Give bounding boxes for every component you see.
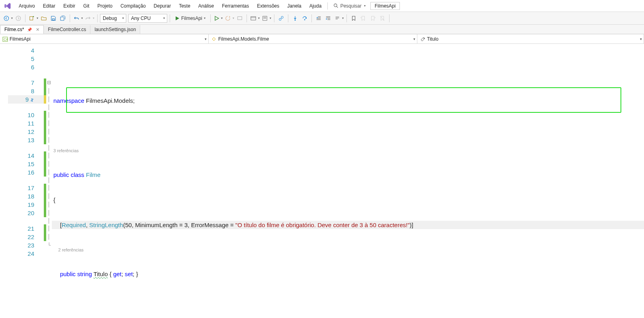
tab-filme-cs[interactable]: Filme.cs* 📌 ✕ [0, 25, 44, 34]
menu-arquivo[interactable]: Arquivo [15, 2, 39, 10]
bookmark-button[interactable] [349, 14, 358, 23]
svg-text:C#: C# [4, 37, 8, 41]
clear-bookmarks-button[interactable] [378, 14, 387, 23]
menu-teste[interactable]: Teste [175, 2, 194, 10]
code-editor[interactable]: 4 5 6 7 8 9 10 11 12 13 14 15 16 17 18 1… [0, 44, 644, 318]
tab-launchsettings-json[interactable]: launchSettings.json [90, 25, 140, 34]
menu-depurar[interactable]: Depurar [150, 2, 174, 10]
lightbulb-icon[interactable] [29, 98, 34, 102]
menu-extensoes[interactable]: Extensões [253, 2, 283, 10]
svg-rect-5 [52, 18, 54, 20]
next-bookmark-button[interactable] [368, 14, 377, 23]
breakpoint-margin[interactable] [0, 44, 8, 318]
save-button[interactable] [49, 14, 58, 23]
svg-rect-4 [30, 16, 33, 20]
search-placeholder: Pesquisar [340, 3, 361, 9]
svg-point-0 [334, 4, 337, 7]
open-folder-button[interactable] [39, 14, 48, 23]
code-area[interactable]: namespace FilmesApi.Models; 3 referência… [52, 44, 644, 318]
browser-link-button[interactable] [235, 14, 244, 23]
indent-less-button[interactable] [314, 14, 323, 23]
undo-button[interactable] [72, 14, 83, 23]
platform-combo[interactable]: Any CPU [128, 14, 167, 23]
navigation-bar: C# FilmesApi ▾ FilmesApi.Models.Filme ▾ … [0, 34, 644, 44]
menu-git[interactable]: Git [80, 2, 93, 10]
tab-label: Filme.cs* [4, 27, 24, 32]
csharp-project-icon: C# [2, 36, 8, 42]
new-item-button[interactable] [28, 14, 39, 23]
forward-nav-button[interactable] [14, 14, 23, 23]
menu-ferramentas[interactable]: Ferramentas [218, 2, 253, 10]
line-number-gutter: 4 5 6 7 8 9 10 11 12 13 14 15 16 17 18 1… [8, 44, 44, 318]
play-icon [175, 16, 180, 21]
comment-button[interactable] [333, 14, 344, 23]
solution-name[interactable]: FilmesApi [370, 2, 400, 10]
toolbar: Debug Any CPU FilmesApi ▾ [0, 12, 644, 25]
svg-point-2 [4, 16, 8, 20]
nav-class-label: FilmesApi.Models.Filme [218, 36, 269, 42]
svg-rect-7 [251, 16, 256, 20]
start-target-label: FilmesApi [181, 16, 202, 21]
indent-more-button[interactable] [324, 14, 333, 23]
redo-button[interactable] [84, 14, 95, 23]
nav-class[interactable]: FilmesApi.Models.Filme ▾ [209, 34, 417, 43]
save-all-button[interactable] [59, 14, 67, 23]
svg-line-1 [337, 6, 338, 8]
menu-analise[interactable]: Análise [195, 2, 217, 10]
menu-exibir[interactable]: Exibir [60, 2, 79, 10]
browser-button[interactable] [249, 14, 260, 23]
search-icon [333, 3, 339, 8]
step-over-button[interactable] [300, 14, 309, 23]
svg-point-16 [304, 19, 305, 20]
menu-projeto[interactable]: Projeto [94, 2, 116, 10]
property-icon [420, 36, 425, 42]
menu-janela[interactable]: Janela [284, 2, 305, 10]
svg-point-3 [16, 16, 20, 20]
nav-project[interactable]: C# FilmesApi ▾ [0, 34, 209, 43]
tab-label: FilmeController.cs [48, 27, 86, 32]
prev-bookmark-button[interactable] [359, 14, 368, 23]
menu-ajuda[interactable]: Ajuda [306, 2, 325, 10]
class-icon [211, 36, 217, 42]
menu-bar: Arquivo Editar Exibir Git Projeto Compil… [0, 0, 644, 12]
search-box[interactable]: Pesquisar ▾ [330, 2, 368, 10]
start-without-debug-button[interactable] [213, 14, 223, 23]
svg-point-15 [294, 20, 296, 21]
tab-filmecontroller-cs[interactable]: FilmeController.cs [44, 25, 90, 34]
svg-line-14 [281, 18, 282, 19]
vs-logo-icon [4, 2, 11, 10]
script-debug-button[interactable] [261, 14, 272, 23]
nav-project-label: FilmesApi [10, 36, 31, 42]
start-debug-button[interactable]: FilmesApi ▾ [172, 14, 208, 23]
back-nav-button[interactable] [2, 14, 13, 23]
pin-icon[interactable]: 📌 [27, 27, 32, 32]
tab-label: launchSettings.json [94, 27, 136, 32]
menu-editar[interactable]: Editar [39, 2, 59, 10]
document-tabs: Filme.cs* 📌 ✕ FilmeController.cs launchS… [0, 25, 644, 34]
nav-member-label: Titulo [427, 36, 438, 42]
fold-column[interactable]: ⊟││ │ ││││ │ │││ │ ││││ │ ││└ [46, 44, 52, 318]
hot-reload-button[interactable] [224, 14, 235, 23]
menu-compilacao[interactable]: Compilação [117, 2, 149, 10]
svg-point-31 [424, 37, 425, 39]
nav-member[interactable]: Titulo ▾ [417, 34, 644, 43]
close-icon[interactable]: ✕ [36, 27, 39, 32]
separator [327, 2, 328, 10]
configuration-combo[interactable]: Debug [100, 14, 126, 23]
step-into-button[interactable] [291, 14, 299, 23]
svg-rect-6 [237, 16, 242, 20]
publish-button[interactable] [277, 14, 286, 23]
